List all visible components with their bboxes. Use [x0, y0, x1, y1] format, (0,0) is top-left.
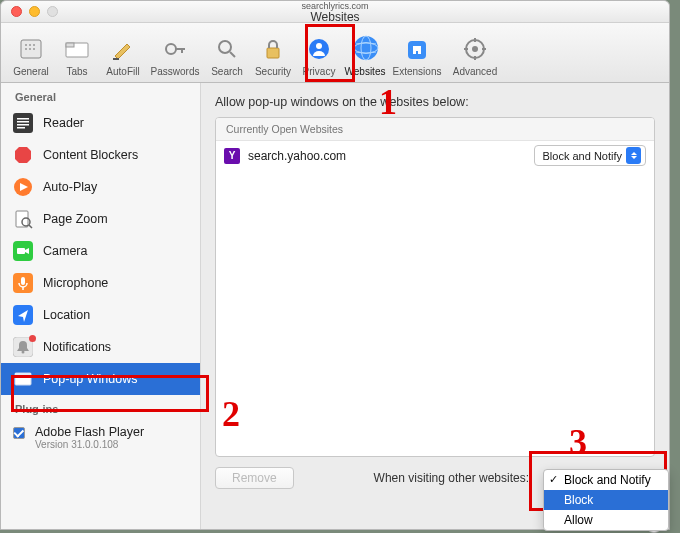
titlebar: searchlyrics.com Websites — [1, 1, 669, 23]
title-window: Websites — [1, 11, 669, 23]
main-panel: Allow pop-up windows on the websites bel… — [201, 83, 669, 529]
svg-rect-11 — [175, 48, 185, 50]
svg-rect-31 — [17, 124, 29, 126]
sidebar-head-plugins: Plug-ins — [1, 395, 200, 419]
sidebar-item-label: Content Blockers — [43, 148, 138, 162]
favicon-icon: Y — [224, 148, 240, 164]
svg-point-3 — [33, 44, 35, 46]
list-section-head: Currently Open Websites — [216, 118, 654, 141]
remove-button[interactable]: Remove — [215, 467, 294, 489]
svg-rect-36 — [16, 211, 28, 227]
sidebar-item-camera[interactable]: Camera — [1, 235, 200, 267]
sidebar-item-notifications[interactable]: Notifications — [1, 331, 200, 363]
policy-value: Block and Notify — [543, 150, 622, 162]
svg-rect-28 — [13, 113, 33, 133]
sidebar-item-page-zoom[interactable]: Page Zoom — [1, 203, 200, 235]
sidebar-item-label: Microphone — [43, 276, 108, 290]
tab-passwords[interactable]: Passwords — [147, 27, 203, 79]
website-row[interactable]: Y search.yahoo.com Block and Notify — [216, 141, 654, 170]
security-icon — [259, 35, 287, 63]
svg-rect-40 — [17, 248, 25, 254]
sidebar-head-general: General — [1, 83, 200, 107]
svg-line-14 — [230, 52, 235, 57]
advanced-icon — [461, 35, 489, 63]
sidebar-item-flash[interactable]: Adobe Flash Player Version 31.0.0.108 — [1, 419, 200, 459]
plugin-version: Version 31.0.0.108 — [35, 439, 144, 450]
auto-play-icon — [13, 177, 33, 197]
svg-point-4 — [25, 48, 27, 50]
toolbar: General Tabs AutoFill Passwords Search S… — [1, 23, 669, 83]
tab-extensions[interactable]: Extensions — [389, 27, 445, 79]
policy-select[interactable]: Block and Notify — [534, 145, 646, 166]
chevron-updown-icon — [626, 147, 641, 164]
tab-search[interactable]: Search — [205, 27, 249, 79]
tab-security[interactable]: Security — [251, 27, 295, 79]
svg-marker-33 — [15, 147, 31, 163]
microphone-icon — [13, 273, 33, 293]
dropdown-item-allow[interactable]: Allow — [544, 510, 668, 530]
annotation-num-2: 2 — [222, 393, 240, 435]
sidebar-item-label: Reader — [43, 116, 84, 130]
general-icon — [17, 35, 45, 63]
sidebar-item-popup-windows[interactable]: Pop-up Windows — [1, 363, 200, 395]
svg-point-2 — [29, 44, 31, 46]
camera-icon — [13, 241, 33, 261]
footer-label: When visiting other websites: — [374, 471, 529, 485]
tab-privacy[interactable]: Privacy — [297, 27, 341, 79]
websites-listbox: Currently Open Websites Y search.yahoo.c… — [215, 117, 655, 457]
sidebar-item-content-blockers[interactable]: Content Blockers — [1, 139, 200, 171]
content-blockers-icon — [13, 145, 33, 165]
preferences-window: searchlyrics.com Websites General Tabs A… — [0, 0, 670, 530]
tabs-icon — [63, 35, 91, 63]
sidebar-item-label: Page Zoom — [43, 212, 108, 226]
svg-rect-9 — [113, 58, 119, 60]
sidebar: General Reader Content Blockers Auto-Pla… — [1, 83, 201, 529]
sidebar-item-label: Pop-up Windows — [43, 372, 138, 386]
sidebar-item-reader[interactable]: Reader — [1, 107, 200, 139]
sidebar-item-label: Auto-Play — [43, 180, 97, 194]
autofill-icon — [109, 35, 137, 63]
annotation-num-1: 1 — [379, 81, 397, 123]
sidebar-item-microphone[interactable]: Microphone — [1, 267, 200, 299]
plugin-checkbox[interactable] — [13, 427, 25, 439]
tab-websites[interactable]: Websites — [343, 27, 387, 79]
svg-rect-30 — [17, 121, 29, 123]
sidebar-item-label: Notifications — [43, 340, 111, 354]
svg-point-1 — [25, 44, 27, 46]
notification-badge-icon — [29, 335, 36, 342]
tab-tabs[interactable]: Tabs — [55, 27, 99, 79]
main-heading: Allow pop-up windows on the websites bel… — [215, 95, 655, 109]
websites-icon — [351, 35, 379, 63]
reader-icon — [13, 113, 33, 133]
privacy-icon — [305, 35, 333, 63]
other-websites-dropdown[interactable]: Block and Notify Block Allow — [543, 469, 669, 531]
svg-point-48 — [22, 351, 25, 354]
svg-point-6 — [33, 48, 35, 50]
search-icon — [213, 35, 241, 63]
svg-point-17 — [316, 43, 322, 49]
location-icon — [13, 305, 33, 325]
svg-rect-29 — [17, 118, 29, 120]
tab-autofill[interactable]: AutoFill — [101, 27, 145, 79]
dropdown-item-block-notify[interactable]: Block and Notify — [544, 470, 668, 490]
svg-rect-50 — [15, 373, 31, 376]
svg-line-38 — [29, 225, 32, 228]
sidebar-item-location[interactable]: Location — [1, 299, 200, 331]
extensions-icon — [403, 35, 431, 63]
passwords-icon — [161, 35, 189, 63]
svg-point-18 — [354, 36, 378, 60]
dropdown-item-block[interactable]: Block — [544, 490, 668, 510]
sidebar-item-label: Location — [43, 308, 90, 322]
svg-point-13 — [219, 41, 231, 53]
svg-point-10 — [166, 44, 176, 54]
svg-point-23 — [472, 46, 478, 52]
tab-advanced[interactable]: Advanced — [447, 27, 503, 79]
sidebar-item-auto-play[interactable]: Auto-Play — [1, 171, 200, 203]
svg-rect-32 — [17, 127, 25, 129]
page-zoom-icon — [13, 209, 33, 229]
svg-rect-12 — [181, 48, 183, 53]
popup-windows-icon — [13, 369, 33, 389]
tab-general[interactable]: General — [9, 27, 53, 79]
svg-rect-43 — [21, 277, 25, 285]
window-title: searchlyrics.com Websites — [1, 1, 669, 23]
